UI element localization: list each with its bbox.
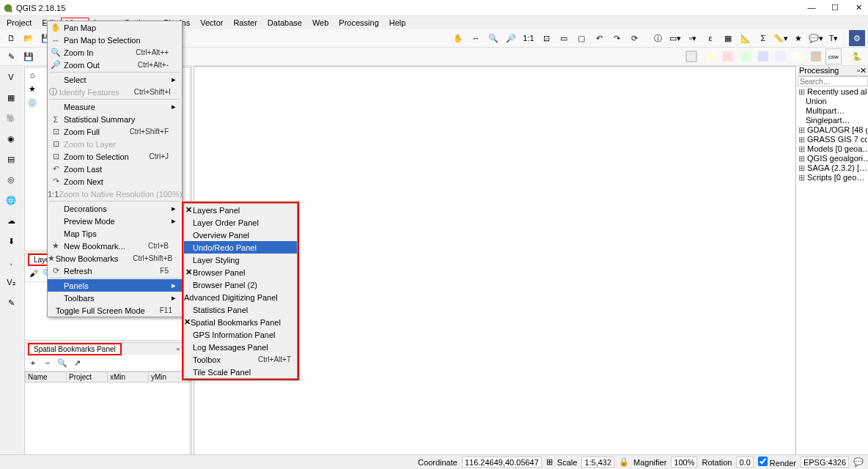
panels-menu-browser-panel[interactable]: ✕Browser Panel <box>184 266 297 278</box>
menu-help[interactable]: Help <box>384 18 411 28</box>
processing-node[interactable]: GRASS GIS 7 com… <box>798 135 867 144</box>
view-menu-toggle-full-screen-mode[interactable]: Toggle Full Screen ModeF11 <box>48 304 182 317</box>
panels-menu-overview-panel[interactable]: Overview Panel <box>184 229 297 241</box>
view-menu-zoom-in[interactable]: 🔍Zoom InCtrl+Alt++ <box>48 46 182 59</box>
measure-button[interactable]: 📏▾ <box>773 30 789 46</box>
view-menu-refresh[interactable]: ⟳RefreshF5 <box>48 265 182 277</box>
view-menu-show-bookmarks[interactable]: ★Show BookmarksCtrl+Shift+B <box>48 252 182 265</box>
menu-vector[interactable]: Vector <box>195 18 228 28</box>
zoom-in-button[interactable]: 🔍 <box>485 30 501 46</box>
menu-raster[interactable]: Raster <box>228 18 262 28</box>
field-calc-button[interactable]: 📐 <box>738 30 754 46</box>
tool-icon-01[interactable] <box>702 48 718 64</box>
bookmarks-undock-icon[interactable]: ▫ <box>177 344 180 353</box>
bookmark-add-button[interactable]: + <box>26 356 40 369</box>
panels-menu-spatial-bookmarks-panel[interactable]: ✕Spatial Bookmarks Panel <box>184 316 297 328</box>
add-oracle-button[interactable]: ◎ <box>1 170 21 189</box>
view-menu-zoom-last[interactable]: ↶Zoom Last <box>48 163 182 175</box>
messages-icon[interactable]: 💬 <box>853 457 864 467</box>
zoom-last-button[interactable]: ↶ <box>591 30 607 46</box>
python-console-button[interactable]: 🐍 <box>849 48 865 64</box>
processing-node[interactable]: QGIS geoalgori… <box>798 154 867 163</box>
bookmark-share-button[interactable]: ↗ <box>70 356 84 369</box>
pan-selection-button[interactable]: ↔ <box>468 30 484 46</box>
add-raster-button[interactable]: ▦ <box>1 88 21 107</box>
minimize-button[interactable]: — <box>806 3 817 12</box>
stats-button[interactable]: Σ <box>755 30 771 46</box>
processing-node[interactable]: Models [0 geoa… <box>798 144 867 154</box>
processing-close-icon[interactable]: ✕ <box>860 66 867 75</box>
panels-menu-statistics-panel[interactable]: Statistics Panel <box>184 303 297 316</box>
add-vector-button[interactable]: V <box>1 67 21 86</box>
csw-button[interactable]: csw <box>825 48 842 64</box>
view-menu-pan-map[interactable]: ✋Pan Map <box>48 21 182 34</box>
deselect-button[interactable]: ▫▾ <box>685 30 701 46</box>
coord-field[interactable]: 116.24649,40.05647 <box>462 457 542 468</box>
menu-database[interactable]: Database <box>262 18 307 28</box>
expr-select-button[interactable]: ε <box>702 30 718 46</box>
tool-icon-06[interactable] <box>790 48 806 64</box>
add-postgis-button[interactable]: 🐘 <box>1 108 21 128</box>
zoom-out-button[interactable]: 🔎 <box>503 30 519 46</box>
render-checkbox[interactable]: Render <box>758 457 796 468</box>
tool-icon-07[interactable] <box>808 48 824 64</box>
panels-menu-advanced-digitizing-panel[interactable]: Advanced Digitizing Panel <box>184 291 297 303</box>
scale-lock-icon[interactable]: 🔒 <box>619 457 629 467</box>
identify-button[interactable]: ⓘ <box>650 30 666 46</box>
processing-node[interactable]: Union <box>806 97 867 106</box>
zoom-native-button[interactable]: 1:1 <box>521 30 537 46</box>
processing-node[interactable]: GDAL/OGR [48 g… <box>798 125 867 135</box>
open-table-button[interactable]: ▦ <box>720 30 736 46</box>
panels-menu-layers-panel[interactable]: ✕Layers Panel <box>184 204 297 216</box>
panels-menu-browser-panel-2-[interactable]: Browser Panel (2) <box>184 278 297 291</box>
edit-pencil-button[interactable]: ✎ <box>3 48 19 64</box>
bookmark-col-xmin[interactable]: xMin <box>108 372 149 383</box>
menu-project[interactable]: Project <box>1 18 37 28</box>
processing-node[interactable]: SAGA (2.3.2) [… <box>798 163 867 173</box>
tool-icon-02[interactable] <box>720 48 736 64</box>
add-wms-button[interactable]: 🌐 <box>1 191 21 210</box>
add-vector-icon[interactable] <box>685 48 701 64</box>
view-menu-zoom-out[interactable]: 🔎Zoom OutCtrl+Alt+- <box>48 59 182 71</box>
browser-fav-icon[interactable]: ★ <box>26 82 39 95</box>
crs-button[interactable]: EPSG:4326 <box>801 457 849 468</box>
view-menu-zoom-next[interactable]: ↷Zoom Next <box>48 175 182 188</box>
processing-node[interactable]: Recently used alg… <box>798 87 867 97</box>
bookmark-zoom-button[interactable]: 🔍 <box>56 356 69 369</box>
annotation-button[interactable]: T▾ <box>825 30 842 46</box>
add-mssql-button[interactable]: ▤ <box>1 149 21 169</box>
processing-search-input[interactable] <box>798 76 868 86</box>
view-menu-select[interactable]: Select▸ <box>48 73 182 86</box>
menu-web[interactable]: Web <box>307 18 334 28</box>
bookmark-col-project[interactable]: Project <box>67 372 108 383</box>
panels-menu-log-messages-panel[interactable]: Log Messages Panel <box>184 341 297 353</box>
tool-icon-03[interactable] <box>738 48 754 64</box>
extents-icon[interactable]: ⊞ <box>546 457 553 467</box>
bookmark-del-button[interactable]: − <box>41 356 54 369</box>
panels-menu-tile-scale-panel[interactable]: Tile Scale Panel <box>184 366 297 378</box>
edit-save-button[interactable]: 💾 <box>21 48 37 64</box>
zoom-full-button[interactable]: ⊡ <box>538 30 554 46</box>
view-menu-pan-map-to-selection[interactable]: ↔Pan Map to Selection <box>48 34 182 46</box>
view-menu-measure[interactable]: Measure▸ <box>48 100 182 113</box>
add-spatialite-button[interactable]: ◉ <box>1 129 21 148</box>
panels-menu-toolbox[interactable]: ToolboxCtrl+Alt+T <box>184 353 297 366</box>
view-menu-statistical-summary[interactable]: ΣStatistical Summary <box>48 113 182 125</box>
view-menu-decorations[interactable]: Decorations▸ <box>48 202 182 215</box>
menu-processing[interactable]: Processing <box>334 18 383 28</box>
add-wcs-button[interactable]: ☁ <box>1 211 21 230</box>
zoom-layer-button[interactable]: ▢ <box>573 30 589 46</box>
processing-node[interactable]: Multipart… <box>806 106 867 116</box>
layers-style-button[interactable]: 🖌 <box>26 267 40 280</box>
panels-menu-gps-information-panel[interactable]: GPS Information Panel <box>184 328 297 341</box>
browser-drive-icon[interactable]: 💿 <box>26 96 39 109</box>
view-menu-panels[interactable]: Panels▸ <box>48 279 182 292</box>
zoom-next-button[interactable]: ↷ <box>608 30 625 46</box>
rot-field[interactable]: 0.0 <box>736 457 753 468</box>
add-wfs-button[interactable]: ⬇ <box>1 232 21 251</box>
processing-node[interactable]: Singlepart… <box>806 116 867 125</box>
view-menu-map-tips[interactable]: Map Tips <box>48 227 182 240</box>
bookmark-button[interactable]: ★ <box>790 30 806 46</box>
view-menu-zoom-to-selection[interactable]: ⊡Zoom to SelectionCtrl+J <box>48 150 182 163</box>
new-shp-button[interactable]: ✎ <box>1 293 21 312</box>
